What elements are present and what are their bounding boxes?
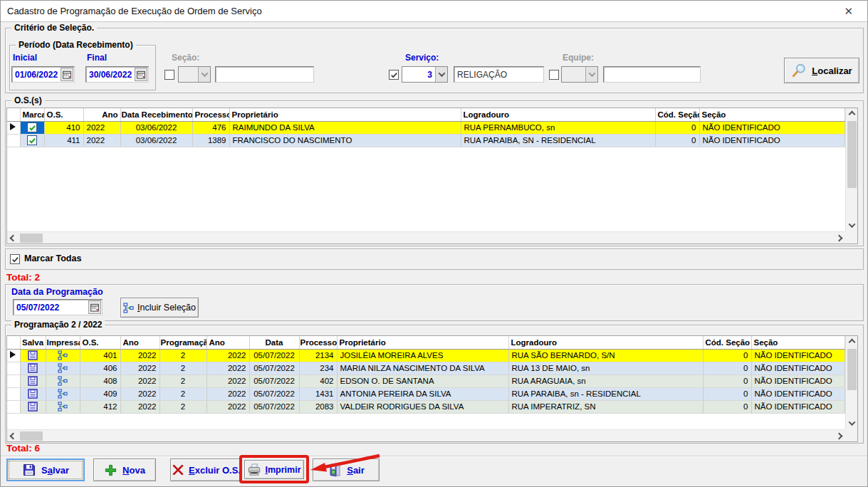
excluir-os-button[interactable]: Excluir O.S. — [170, 459, 242, 481]
servico-combo[interactable]: 3 — [402, 66, 448, 83]
save-floppy-icon — [22, 463, 36, 477]
incluir-selecao-button[interactable]: Incluir Seleção — [120, 298, 199, 318]
plus-icon — [104, 464, 117, 477]
programacao-row[interactable]: 408 2022 2 2022 05/07/2022 402 EDSON O. … — [7, 375, 845, 387]
nova-button[interactable]: Nova — [93, 459, 156, 481]
chevron-down-icon[interactable] — [198, 67, 210, 82]
tree-icon — [58, 350, 68, 359]
scroll-right-icon[interactable] — [833, 232, 845, 244]
tree-icon — [58, 402, 68, 410]
programacao-total: Total: 6 — [6, 443, 40, 454]
programacao-table: Salva Impressa O.S. Ano Programação Ano … — [7, 336, 845, 414]
col-os: O.S. — [80, 336, 120, 349]
scroll-down-icon[interactable] — [846, 417, 858, 429]
inicial-date-field[interactable] — [11, 66, 75, 83]
calendar-icon[interactable] — [61, 68, 73, 81]
marcar-todas-panel — [5, 248, 864, 270]
programacao-header-row: Salva Impressa O.S. Ano Programação Ano … — [7, 336, 845, 349]
col-data-recebimento: Data Recebimento — [120, 108, 192, 121]
annotation-imprimir-highlight — [239, 455, 309, 483]
col-programacao: Programação — [160, 336, 206, 349]
secao-combo[interactable] — [178, 66, 211, 83]
footer-divider — [1, 456, 868, 457]
col-secao: Seção — [699, 108, 845, 121]
title-bar: Cadastro de Programação de Execução de O… — [1, 1, 867, 22]
localizar-button[interactable]: Localizar — [784, 58, 859, 83]
window-title: Cadastro de Programação de Execução de O… — [7, 6, 262, 16]
floppy-icon — [28, 376, 38, 384]
floppy-icon — [28, 402, 38, 410]
delete-x-icon — [172, 464, 184, 476]
app-window: Cadastro de Programação de Execução de O… — [0, 0, 868, 487]
scrollbar-corner — [845, 231, 857, 244]
scroll-up-icon[interactable] — [846, 108, 858, 120]
chevron-down-icon[interactable] — [585, 67, 597, 82]
programacao-vertical-scrollbar — [845, 336, 857, 429]
equipe-checkbox[interactable] — [549, 70, 559, 80]
marcar-checkbox[interactable] — [27, 135, 37, 145]
scrollbar-thumb[interactable] — [847, 121, 857, 188]
programacao-row[interactable]: 412 2022 2 2022 05/07/2022 2083 VALDEIR … — [7, 400, 845, 413]
final-label: Final — [87, 53, 107, 63]
marcar-todas-checkbox[interactable] — [10, 254, 20, 264]
col-ano: Ano — [83, 108, 120, 121]
col-proprietario: Proprietário — [229, 108, 461, 121]
nova-button-label: Nova — [122, 465, 145, 476]
programacao-row[interactable]: 401 2022 2 2022 05/07/2022 2134 JOSILÉIA… — [7, 349, 845, 362]
current-row-indicator-icon — [10, 123, 16, 130]
scrollbar-thumb[interactable] — [20, 234, 43, 243]
scrollbar-thumb[interactable] — [20, 431, 43, 441]
col-impressa: Impressa — [46, 336, 80, 349]
close-icon[interactable]: ✕ — [840, 4, 857, 19]
col-logradouro: Logradouro — [508, 336, 703, 349]
scrollbar-thumb[interactable] — [847, 349, 857, 390]
os-table: Marcar O.S. Ano Data Recebimento Process… — [7, 108, 845, 147]
scroll-left-icon[interactable] — [7, 430, 19, 442]
secao-text-input[interactable] — [215, 66, 314, 83]
calendar-icon[interactable] — [88, 300, 101, 314]
os-horizontal-scrollbar — [7, 231, 845, 244]
annotation-arrow — [305, 449, 387, 473]
servico-checkbox[interactable] — [389, 70, 399, 80]
col-processo: Processo — [299, 336, 337, 349]
col-processo: Processo — [192, 108, 229, 121]
floppy-icon — [28, 350, 38, 359]
col-marcar: Marcar — [20, 108, 44, 121]
localizar-button-label: Localizar — [812, 66, 852, 76]
calendar-icon[interactable] — [135, 68, 147, 81]
scroll-right-icon[interactable] — [833, 430, 845, 442]
equipe-combo[interactable] — [561, 66, 598, 83]
programacao-row[interactable]: 409 2022 2 2022 05/07/2022 1431 ANTONIA … — [7, 387, 845, 400]
salvar-button-label: Salvar — [41, 465, 69, 476]
programacao-horizontal-scrollbar — [7, 429, 845, 441]
chevron-down-icon[interactable] — [435, 67, 447, 82]
final-date-field[interactable] — [85, 66, 149, 83]
floppy-icon — [28, 389, 38, 397]
programacao-row[interactable]: 406 2022 2 2022 05/07/2022 234 MARIA NIL… — [7, 362, 845, 375]
equipe-text-input[interactable] — [603, 66, 701, 83]
marcar-todas-label: Marcar Todas — [24, 253, 81, 263]
magnifier-icon — [791, 63, 807, 78]
scroll-up-icon[interactable] — [846, 336, 858, 348]
servico-text-input[interactable] — [454, 66, 544, 83]
current-row-indicator-icon — [10, 351, 16, 358]
programacao-date-field[interactable] — [13, 299, 103, 315]
col-data: Data — [249, 336, 299, 349]
floppy-icon — [28, 363, 38, 372]
secao-label: Seção: — [172, 53, 199, 63]
salvar-button[interactable]: Salvar — [6, 459, 85, 481]
col-secao: Seção — [751, 336, 845, 349]
inicial-label: Inicial — [13, 53, 37, 63]
os-row[interactable]: 411 2022 03/06/2022 1389 FRANCISCO DO NA… — [7, 134, 845, 147]
col-logradouro: Logradouro — [461, 108, 655, 121]
secao-checkbox[interactable] — [164, 70, 174, 80]
os-row[interactable]: 410 2022 03/06/2022 476 RAIMUNDO DA SILV… — [7, 121, 845, 134]
col-cod-secao: Cód. Seção — [655, 108, 699, 121]
marcar-checkbox[interactable] — [27, 122, 37, 132]
tree-icon — [58, 376, 68, 384]
scroll-down-icon[interactable] — [846, 219, 858, 231]
os-total: Total: 2 — [6, 272, 40, 283]
scroll-left-icon[interactable] — [7, 232, 19, 244]
os-group-label: O.S.(s) — [11, 95, 45, 105]
incluir-selecao-label: Incluir Seleção — [137, 303, 196, 313]
